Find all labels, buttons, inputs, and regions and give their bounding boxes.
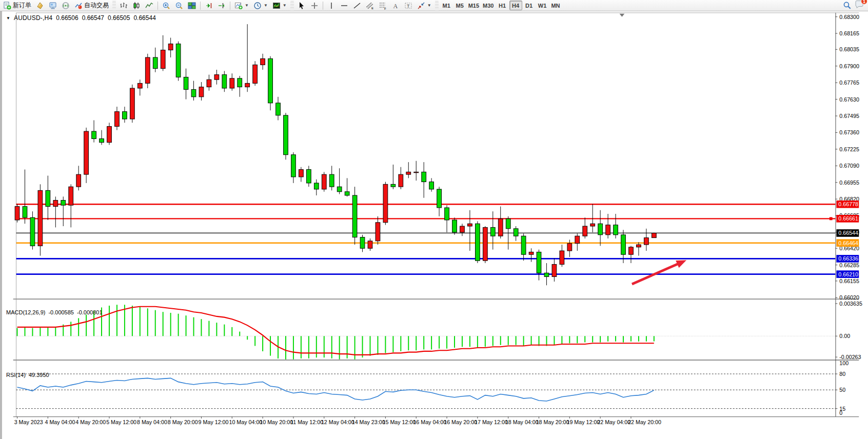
bull-candle (230, 78, 234, 88)
autotrading-icon (74, 2, 83, 10)
bear-candle (100, 138, 104, 142)
timeframe-button-m5[interactable]: M5 (453, 1, 466, 10)
bull-candle (245, 83, 250, 87)
bull-candle (261, 58, 265, 65)
templates-button[interactable]: ▼ (270, 1, 289, 11)
timeframe-toolbar: M1M5M15M30H1H4D1W1MN (440, 1, 562, 10)
news-button[interactable] (60, 1, 72, 11)
macd-value-1: -0.000585 (48, 309, 74, 315)
bear-candle (306, 170, 311, 183)
fibonacci-button[interactable]: F (377, 1, 389, 11)
gold-seal-icon (36, 2, 44, 10)
time-axis-label: 8 May 20:00 (168, 419, 198, 425)
market-watch-button[interactable] (34, 1, 46, 11)
line-chart-icon (145, 2, 153, 10)
price-tick: 0.67630 (839, 96, 859, 103)
bear-candle (329, 174, 334, 187)
timeframe-button-m15[interactable]: M15 (467, 1, 481, 10)
bull-candle (583, 226, 587, 236)
time-axis-label: 16 May 04:00 (413, 419, 446, 425)
bull-candle (652, 233, 656, 237)
ohlc-open: 0.66506 (56, 14, 78, 22)
toolbar-right: 1 (843, 0, 867, 11)
tile-windows-button[interactable] (186, 1, 198, 11)
timeframe-button-mn[interactable]: MN (549, 1, 562, 10)
bull-candle (69, 187, 73, 205)
bear-candle (506, 219, 510, 229)
text-button[interactable]: A (389, 1, 402, 11)
templates-dropdown-caret: ▼ (283, 3, 287, 8)
bear-candle (544, 273, 549, 276)
bull-candle (552, 264, 557, 276)
bull-candle (322, 174, 326, 189)
bear-candle (284, 115, 288, 155)
time-axis-label: 11 May 12:00 (290, 419, 323, 425)
shapes-button[interactable]: ▼ (415, 1, 433, 11)
zoom-out-icon (175, 2, 183, 10)
price-badge-label: 0.66778 (838, 201, 858, 207)
one-click-trading-arrow[interactable]: ▼ (6, 16, 10, 21)
terminal-button[interactable] (47, 1, 59, 11)
toolbar-grip (112, 1, 116, 10)
timeframe-button-m30[interactable]: M30 (481, 1, 495, 10)
timeframe-button-h1[interactable]: H1 (496, 1, 509, 10)
price-tick: 0.67900 (839, 63, 859, 69)
auto-scroll-button[interactable] (203, 1, 215, 11)
bull-candle (161, 50, 165, 69)
bear-candle (238, 78, 242, 87)
price-tick: 0.67090 (839, 163, 859, 169)
bull-candle (460, 226, 465, 232)
line-chart-button[interactable] (143, 1, 155, 11)
bear-candle (521, 236, 526, 254)
vertical-line-button[interactable] (325, 1, 338, 11)
trendline-button[interactable] (351, 1, 363, 11)
toolbar-grip (290, 1, 294, 10)
channel-button[interactable]: E (364, 1, 376, 11)
bar-chart-button[interactable] (117, 1, 130, 11)
chart-shift-icon (218, 2, 226, 10)
chart-shift-button[interactable] (215, 1, 228, 11)
bear-candle (537, 252, 541, 273)
bear-candle (475, 224, 480, 261)
chat-notification[interactable]: 1 (855, 0, 864, 11)
price-tick: 0.68165 (839, 30, 859, 36)
rsi-axis-tick: 50 (839, 387, 845, 393)
bull-candle (107, 126, 112, 142)
bear-candle (391, 184, 396, 187)
time-axis-label: 3 May 2023 (14, 419, 43, 425)
indicators-button[interactable]: ▼ (232, 1, 251, 11)
new-order-icon (3, 2, 11, 10)
timeframe-button-h4[interactable]: H4 (509, 1, 522, 10)
macd-axis-tick: 0.00 (839, 333, 850, 339)
timeframe-button-w1[interactable]: W1 (536, 1, 549, 10)
chart-symbol: AUDUSD-,H4 (14, 14, 52, 22)
periods-button[interactable]: ▼ (251, 1, 270, 11)
bear-candle (490, 227, 495, 236)
candlestick-button[interactable] (130, 1, 143, 11)
bull-candle (399, 174, 403, 187)
cursor-button[interactable] (295, 1, 308, 11)
macd-value-2: -0.000801 (77, 309, 103, 315)
bull-candle (529, 252, 534, 254)
timeframe-button-d1[interactable]: D1 (523, 1, 536, 10)
timeframe-button-m1[interactable]: M1 (440, 1, 453, 10)
price-tick: 0.66020 (839, 294, 859, 301)
bear-candle (337, 187, 342, 192)
bull-candle (137, 83, 142, 88)
price-chart[interactable]: 0.683000.681650.680350.679000.677650.676… (2, 11, 868, 439)
autotrading-button[interactable]: 自动交易 (72, 1, 111, 11)
horizontal-line-button[interactable] (338, 1, 350, 11)
price-tick: 0.67495 (839, 113, 859, 119)
rsi-axis-tick: 100 (839, 360, 849, 366)
indicators-dropdown-caret: ▼ (245, 3, 249, 8)
macd-axis-tick: 0.003635 (839, 301, 862, 307)
label-button[interactable]: T (402, 1, 415, 11)
bear-candle (184, 77, 188, 89)
new-order-button[interactable]: 新订单 (1, 1, 33, 11)
crosshair-button[interactable] (308, 1, 321, 11)
ohlc-low: 0.66505 (108, 14, 130, 22)
search-icon[interactable] (843, 1, 852, 10)
zoom-in-button[interactable] (160, 1, 172, 11)
zoom-out-button[interactable] (173, 1, 185, 11)
bear-candle (360, 237, 365, 249)
